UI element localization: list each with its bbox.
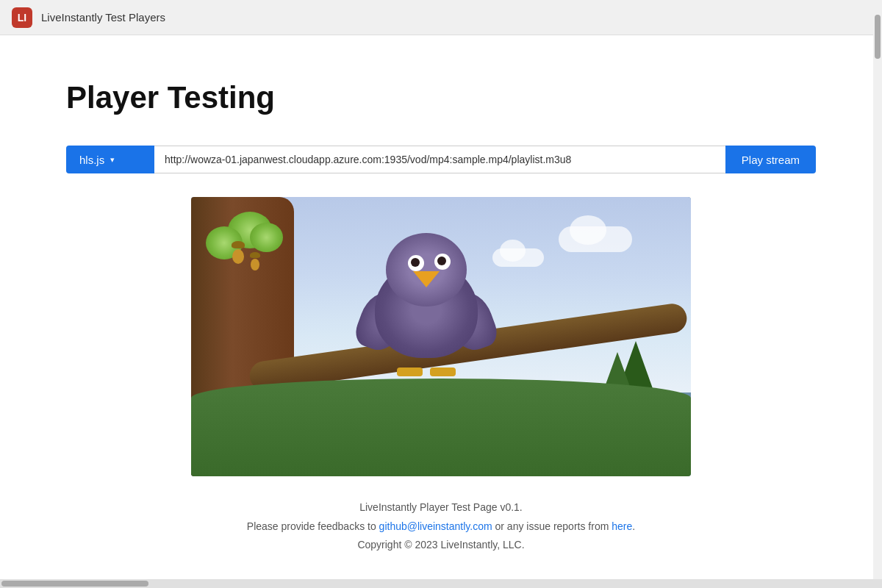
app-title: LiveInstantly Test Players [41,11,165,24]
footer-line-2: Please provide feedbacks to github@livei… [66,517,816,536]
footer-here-link[interactable]: here [612,520,632,532]
bird-foot-right [430,368,456,376]
bird-feet [397,354,456,376]
bird-foot-left [397,368,423,376]
controls-row: hls.js ▾ Play stream [66,146,816,173]
right-scrollbar[interactable] [873,0,882,579]
player-select-label: hls.js [79,154,104,166]
page-content: Player Testing hls.js ▾ Play stream [0,35,882,588]
footer-issue-middle: or any issue reports from [492,520,612,532]
footer-line-3: Copyright © 2023 LiveInstantly, LLC. [66,536,816,554]
page-title: Player Testing [66,35,816,146]
bird-head [386,233,467,306]
stream-url-input[interactable] [154,146,725,173]
acorn-2 [250,252,260,270]
footer-line-1: LiveInstantly Player Test Page v0.1. [66,498,816,517]
video-scene [191,197,691,476]
footer: LiveInstantly Player Test Page v0.1. Ple… [66,476,816,569]
cloud-2 [492,248,544,267]
bird-eye-right [434,254,451,270]
video-player [191,197,691,476]
browser-bar: LI LiveInstantly Test Players [0,0,882,35]
bird-beak [413,271,440,287]
bottom-scrollbar-thumb[interactable] [1,581,148,587]
right-scrollbar-thumb[interactable] [875,15,881,59]
footer-email-link[interactable]: github@liveinstantly.com [379,520,492,532]
chevron-down-icon: ▾ [110,155,115,165]
bottom-scrollbar[interactable] [0,579,882,588]
cloud-1 [559,226,632,252]
tree-leaves [206,212,294,285]
footer-feedback-prefix: Please provide feedbacks to [247,520,379,532]
play-stream-button[interactable]: Play stream [725,146,816,173]
leaf-3 [250,223,283,252]
ground [191,379,691,476]
bird-character [360,226,492,387]
bird-eye-left [408,255,424,271]
app-icon: LI [12,7,32,28]
acorn-1 [232,241,245,264]
player-select-button[interactable]: hls.js ▾ [66,146,154,173]
